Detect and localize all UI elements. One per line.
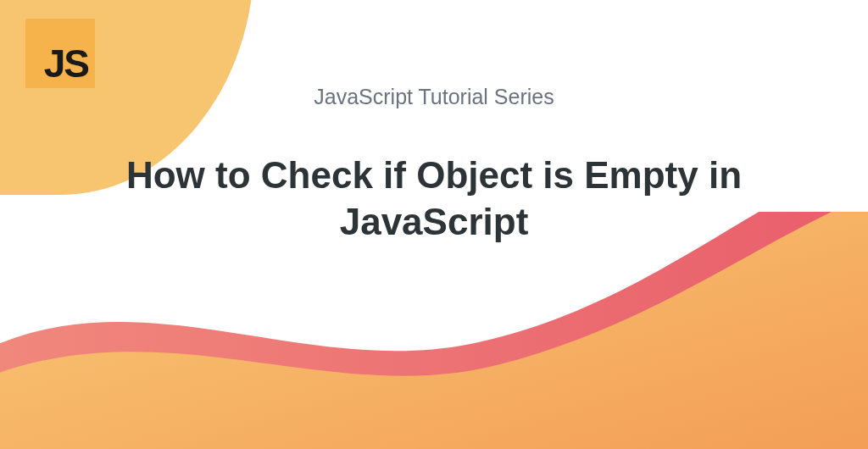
content-area: JavaScript Tutorial Series How to Check … — [0, 85, 868, 245]
decorative-wave-bottom — [0, 212, 868, 449]
page-title: How to Check if Object is Empty in JavaS… — [86, 152, 782, 245]
series-title: JavaScript Tutorial Series — [51, 85, 817, 109]
js-logo-text: JS — [44, 44, 88, 83]
js-logo: JS — [25, 19, 95, 88]
